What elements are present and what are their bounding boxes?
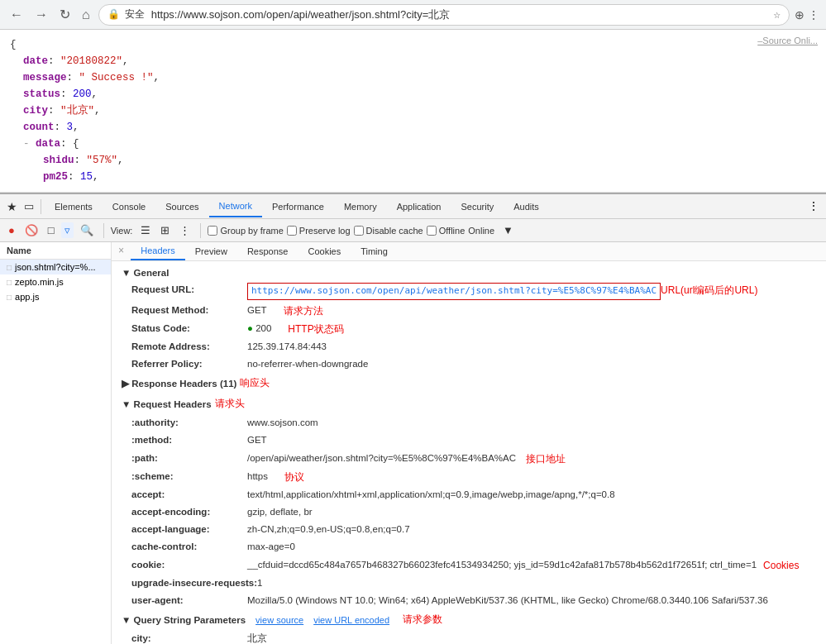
- cache-control-label: cache-control:: [131, 540, 247, 554]
- sub-tab-bar: × Headers Preview Response Cookies Timin…: [112, 242, 826, 261]
- home-button[interactable]: ⌂: [79, 6, 93, 24]
- response-headers-label: ▶ Response Headers (11): [122, 378, 236, 389]
- address-text[interactable]: https://www.sojson.com/open/api/weather/…: [151, 7, 769, 22]
- response-headers-section[interactable]: ▶ Response Headers (11) 响应头: [112, 373, 826, 394]
- browser-bar: ← → ↻ ⌂ 🔒 安全 https://www.sojson.com/open…: [0, 0, 826, 30]
- search-button[interactable]: 🔍: [77, 222, 97, 238]
- upgrade-row: upgrade-insecure-requests: 1: [112, 575, 826, 592]
- general-section-header[interactable]: ▼ General: [112, 265, 826, 281]
- method-value: GET: [247, 433, 267, 447]
- disable-cache-input[interactable]: [354, 226, 364, 236]
- tab-network[interactable]: Network: [209, 196, 262, 217]
- forward-button[interactable]: →: [31, 6, 51, 24]
- upgrade-label: upgrade-insecure-requests:: [131, 576, 257, 590]
- tab-sources[interactable]: Sources: [155, 197, 208, 217]
- disable-cache-label: Disable cache: [366, 226, 423, 236]
- tree-view-button[interactable]: ⊞: [157, 222, 173, 238]
- close-details-button[interactable]: ×: [112, 242, 131, 260]
- more-view-button[interactable]: ⋮: [176, 222, 193, 238]
- sub-tab-preview[interactable]: Preview: [185, 242, 237, 260]
- view-url-encoded-link[interactable]: view URL encoded: [313, 615, 389, 625]
- referrer-policy-label: Referrer Policy:: [131, 357, 247, 371]
- network-toolbar: ● 🚫 □ ▿ 🔍 View: ☰ ⊞ ⋮ Group by frame Pre…: [0, 219, 826, 242]
- tab-memory[interactable]: Memory: [334, 197, 387, 217]
- tab-application[interactable]: Application: [387, 197, 451, 217]
- file-item-json[interactable]: □ json.shtml?city=%...: [0, 260, 111, 274]
- preserve-log-checkbox[interactable]: Preserve log: [287, 226, 351, 236]
- upgrade-value: 1: [257, 576, 262, 590]
- sub-tab-headers[interactable]: Headers: [131, 242, 185, 260]
- json-key-data: data: [36, 138, 60, 150]
- sub-tab-timing[interactable]: Timing: [351, 242, 398, 260]
- sub-tab-cookies[interactable]: Cookies: [298, 242, 351, 260]
- record-button[interactable]: ●: [5, 222, 18, 238]
- method-annotation: 请求方法: [284, 303, 323, 318]
- method-row: :method: GET: [112, 432, 826, 449]
- devtools-panel: ★ ▭ Elements Console Sources Network Per…: [0, 193, 826, 644]
- more-button[interactable]: ⋮: [808, 8, 819, 21]
- tab-console[interactable]: Console: [103, 197, 155, 217]
- file-name-zepto: zepto.min.js: [15, 277, 64, 287]
- offline-checkbox[interactable]: Offline: [427, 226, 466, 236]
- sub-tab-response[interactable]: Response: [237, 242, 298, 260]
- user-agent-row: user-agent: Mozilla/5.0 (Windows NT 10.0…: [112, 592, 826, 609]
- json-val-pm25: 15: [80, 171, 93, 183]
- file-item-zepto[interactable]: □ zepto.min.js: [0, 274, 111, 289]
- url-annotation: URL(url编码后的URL): [661, 283, 757, 298]
- tab-elements[interactable]: Elements: [45, 197, 103, 217]
- response-headers-annotation: 响应头: [240, 376, 270, 390]
- disable-cache-checkbox[interactable]: Disable cache: [354, 226, 423, 236]
- tab-audits[interactable]: Audits: [504, 197, 549, 217]
- more-tabs-icon[interactable]: ⋮: [805, 196, 823, 217]
- view-label: View:: [111, 226, 133, 236]
- json-val-message: " Success !": [79, 72, 154, 83]
- file-item-app[interactable]: □ app.js: [0, 289, 111, 304]
- json-key-shidu: shidu: [43, 155, 74, 166]
- file-name-json: json.shtml?city=%...: [15, 262, 96, 272]
- tab-separator: [41, 199, 41, 214]
- devtools-responsive-button[interactable]: ▭: [21, 198, 37, 214]
- capture-button[interactable]: □: [45, 222, 58, 238]
- accept-value: text/html,application/xhtml+xml,applicat…: [247, 488, 615, 502]
- filter-button[interactable]: ▿: [61, 222, 74, 238]
- tab-performance[interactable]: Performance: [262, 197, 334, 217]
- json-key-date: date: [23, 55, 48, 67]
- bookmark-icon[interactable]: ☆: [774, 7, 781, 21]
- list-view-button[interactable]: ☰: [137, 222, 154, 238]
- back-button[interactable]: ←: [7, 6, 26, 24]
- referrer-policy-value: no-referrer-when-downgrade: [247, 357, 368, 371]
- request-headers-annotation: 请求头: [215, 397, 245, 411]
- status-annotation: HTTP状态码: [288, 322, 343, 336]
- devtools-tab-bar: ★ ▭ Elements Console Sources Network Per…: [0, 194, 826, 219]
- json-val-city: "北京": [60, 105, 94, 117]
- view-source-link[interactable]: view source: [255, 615, 303, 625]
- group-by-frame-checkbox[interactable]: Group by frame: [208, 226, 283, 236]
- remote-address-row: Remote Address: 125.39.174.84:443: [112, 338, 826, 355]
- user-agent-label: user-agent:: [131, 594, 247, 608]
- query-params-section[interactable]: ▼ Query String Parameters view source vi…: [112, 609, 826, 630]
- status-code-label: Status Code:: [131, 322, 247, 336]
- offline-input[interactable]: [427, 226, 437, 236]
- preserve-log-input[interactable]: [287, 226, 297, 236]
- scheme-annotation: 协议: [284, 470, 304, 484]
- accept-language-label: accept-language:: [131, 522, 247, 537]
- extensions-button[interactable]: ⊕: [795, 8, 805, 21]
- lock-icon: 🔒: [107, 8, 120, 21]
- file-icon-app: □: [7, 293, 12, 302]
- preserve-log-label: Preserve log: [299, 226, 351, 236]
- throttle-dropdown[interactable]: ▼: [499, 222, 517, 238]
- group-by-frame-input[interactable]: [208, 226, 217, 236]
- online-label: Online: [468, 226, 494, 236]
- devtools-inspect-button[interactable]: ★: [3, 198, 21, 215]
- json-line-pm25: pm25: 15,: [43, 169, 816, 185]
- refresh-button[interactable]: ↻: [56, 5, 74, 24]
- request-method-label: Request Method:: [131, 303, 247, 317]
- accept-encoding-row: accept-encoding: gzip, deflate, br: [112, 503, 826, 521]
- source-note[interactable]: –Source Onli...: [757, 34, 818, 49]
- tab-security[interactable]: Security: [451, 197, 504, 217]
- json-line-status: status: 200,: [23, 86, 816, 103]
- json-content: –Source Onli... { date: "20180822", mess…: [0, 30, 826, 193]
- request-headers-section[interactable]: ▼ Request Headers 请求头: [112, 394, 826, 414]
- clear-button[interactable]: 🚫: [21, 222, 41, 238]
- request-url-value[interactable]: https://www.sojson.com/open/api/weather/…: [247, 283, 661, 300]
